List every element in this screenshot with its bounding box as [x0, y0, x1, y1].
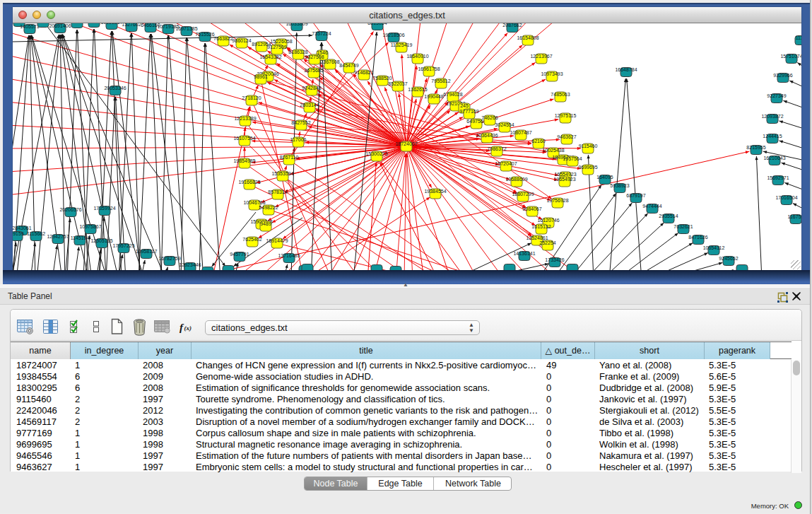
svg-text:1733426: 1733426: [545, 257, 564, 262]
svg-text:9227349: 9227349: [767, 93, 786, 98]
svg-text:9860124: 9860124: [232, 38, 251, 43]
svg-text:1244415: 1244415: [763, 134, 782, 139]
svg-text:117006: 117006: [290, 137, 307, 142]
svg-text:1115682: 1115682: [27, 231, 45, 236]
svg-text:1990448: 1990448: [424, 94, 443, 99]
svg-text:8471626: 8471626: [688, 235, 707, 240]
svg-text:18724007: 18724007: [395, 141, 417, 146]
svg-text:3024554: 3024554: [495, 122, 514, 127]
svg-text:8813054: 8813054: [367, 23, 387, 25]
svg-text:11325419: 11325419: [391, 42, 413, 47]
svg-text:9245652: 9245652: [719, 256, 738, 261]
svg-text:17016504: 17016504: [775, 195, 797, 200]
svg-text:16154808: 16154808: [517, 35, 539, 40]
svg-text:10688609: 10688609: [505, 177, 527, 182]
svg-text:8578314: 8578314: [268, 189, 287, 194]
svg-text:16971385: 16971385: [175, 26, 197, 31]
svg-text:746266: 746266: [481, 115, 498, 120]
svg-text:20206576: 20206576: [59, 207, 81, 212]
svg-text:(x): (x): [184, 325, 192, 332]
svg-text:10025438: 10025438: [542, 148, 564, 153]
svg-text:10958117: 10958117: [136, 249, 158, 254]
svg-text:16210643: 16210643: [763, 156, 785, 160]
svg-text:9489: 9489: [260, 221, 271, 226]
svg-text:19756928: 19756928: [546, 198, 568, 203]
svg-text:15720407: 15720407: [495, 161, 517, 166]
svg-text:9242848: 9242848: [302, 86, 321, 90]
svg-text:12505135: 12505135: [90, 238, 112, 243]
svg-text:15226058: 15226058: [270, 39, 292, 44]
svg-text:7663822: 7663822: [213, 36, 233, 41]
svg-text:1405571: 1405571: [20, 24, 39, 29]
svg-text:252254: 252254: [539, 240, 555, 245]
svg-text:15300273: 15300273: [365, 151, 387, 156]
svg-text:19166825: 19166825: [238, 180, 260, 185]
svg-text:14136141: 14136141: [513, 251, 535, 256]
svg-text:13716485: 13716485: [278, 253, 300, 258]
svg-text:16782759: 16782759: [158, 256, 180, 261]
svg-text:9474444: 9474444: [642, 204, 661, 209]
svg-text:18807299: 18807299: [512, 192, 534, 197]
svg-text:62160: 62160: [531, 139, 546, 144]
svg-text:8267110: 8267110: [280, 155, 299, 160]
svg-text:12975115: 12975115: [555, 113, 577, 118]
svg-text:9777169: 9777169: [459, 109, 478, 114]
svg-text:5938923: 5938923: [610, 183, 629, 188]
svg-text:15692971: 15692971: [767, 175, 789, 180]
svg-text:1145194: 1145194: [71, 235, 90, 240]
svg-text:7515526: 7515526: [195, 32, 214, 37]
svg-text:9146821: 9146821: [354, 70, 373, 75]
svg-text:7357224: 7357224: [312, 31, 331, 36]
svg-text:20364436: 20364436: [476, 133, 498, 138]
svg-text:3675685: 3675685: [304, 68, 323, 73]
svg-text:12213967: 12213967: [530, 54, 552, 59]
svg-text:8186328: 8186328: [288, 49, 307, 54]
svg-text:6794028: 6794028: [443, 92, 462, 97]
svg-text:2718120: 2718120: [242, 95, 261, 100]
svg-text:2367608: 2367608: [320, 59, 339, 64]
svg-text:16120746: 16120746: [537, 218, 559, 223]
svg-text:9084067: 9084067: [522, 206, 541, 211]
svg-text:1615132: 1615132: [531, 224, 551, 229]
svg-text:13524861: 13524861: [526, 235, 548, 240]
svg-text:164095: 164095: [596, 175, 613, 180]
svg-text:2843061: 2843061: [13, 226, 32, 230]
svg-text:10653267: 10653267: [100, 23, 122, 25]
svg-text:12213389: 12213389: [234, 116, 256, 121]
svg-text:7632621: 7632621: [673, 224, 693, 229]
svg-text:7955812: 7955812: [431, 78, 450, 83]
svg-text:116753: 116753: [788, 214, 801, 219]
svg-text:9463627: 9463627: [557, 134, 576, 139]
svg-text:12942757: 12942757: [47, 234, 69, 239]
svg-text:10975867: 10975867: [79, 224, 101, 229]
svg-text:1957564: 1957564: [563, 156, 582, 161]
svg-text:9115460: 9115460: [579, 144, 598, 148]
svg-text:245: 245: [460, 103, 469, 108]
svg-text:9127509: 9127509: [267, 45, 286, 49]
svg-text:1112: 1112: [796, 35, 801, 40]
svg-text:39159: 39159: [13, 231, 24, 236]
svg-text:9457791: 9457791: [230, 252, 249, 257]
svg-text:10973493: 10973493: [541, 71, 563, 76]
svg-text:9329966: 9329966: [773, 73, 792, 78]
svg-text:12923446: 12923446: [179, 262, 201, 267]
svg-text:2803144: 2803144: [300, 103, 319, 107]
svg-text:9699695: 9699695: [578, 165, 597, 170]
svg-text:19654923: 19654923: [553, 177, 575, 182]
svg-text:2087682: 2087682: [502, 23, 522, 28]
svg-text:8454749: 8454749: [339, 63, 358, 68]
svg-text:6879197: 6879197: [626, 193, 645, 198]
svg-text:18640910: 18640910: [406, 54, 428, 59]
svg-text:17957225: 17957225: [112, 243, 134, 248]
svg-text:16033809: 16033809: [286, 23, 307, 26]
svg-text:8427552: 8427552: [291, 120, 310, 125]
svg-text:7485063: 7485063: [551, 92, 570, 97]
svg-text:7986372: 7986372: [487, 146, 506, 151]
svg-text:16543382: 16543382: [259, 54, 281, 59]
svg-text:98961: 98961: [254, 74, 268, 79]
svg-text:17359924: 17359924: [93, 206, 115, 211]
svg-text:16914479: 16914479: [266, 238, 288, 243]
svg-text:16961758: 16961758: [418, 66, 440, 71]
svg-text:8215955: 8215955: [746, 145, 765, 150]
svg-text:16107554: 16107554: [233, 136, 255, 141]
